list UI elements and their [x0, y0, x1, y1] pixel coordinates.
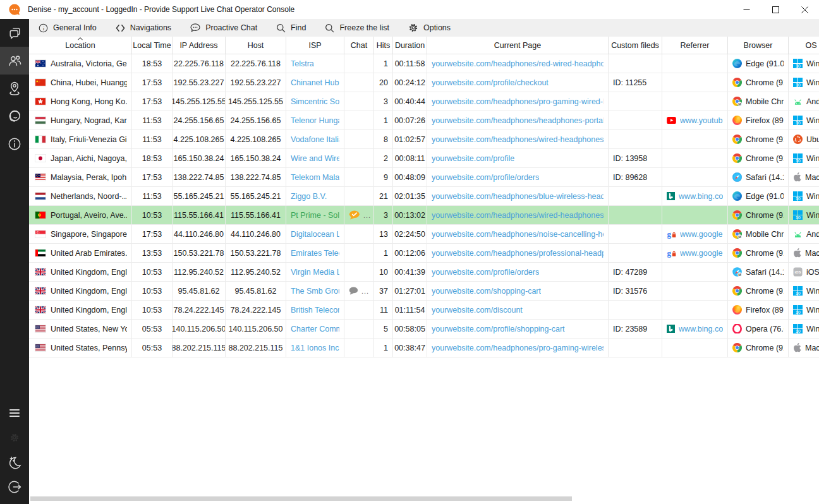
isp-link[interactable]: Wire and Wirel...	[291, 154, 339, 163]
current-page-link[interactable]: yourwebsite.com/headphones/red-wired-hea…	[432, 59, 604, 68]
current-page-link[interactable]: yourwebsite.com/headphones/blue-wireless…	[432, 192, 604, 201]
sidebar-item-logout[interactable]	[0, 474, 29, 499]
chrome-icon	[732, 78, 742, 87]
sidebar-item-settings[interactable]	[0, 425, 29, 450]
visitor-row[interactable]: Australia, Victoria, Ge...18:5322.225.76…	[29, 54, 819, 73]
isp-link[interactable]: Virgin Media Li...	[291, 268, 339, 277]
column-header-duration[interactable]: Duration	[393, 37, 427, 54]
isp-cell: Telstra	[286, 54, 344, 73]
column-header-chat[interactable]: Chat	[344, 37, 374, 54]
local-time-cell: 18:53	[132, 149, 173, 167]
current-page-link[interactable]: yourwebsite.com/headphones/headphones-po…	[432, 116, 604, 125]
sidebar-item-visitors[interactable]	[0, 47, 29, 75]
referrer-link[interactable]: www.google...	[680, 230, 723, 239]
horizontal-scrollbar[interactable]	[29, 496, 819, 501]
current-page-link[interactable]: yourwebsite.com/profile/shopping-cart	[432, 325, 565, 333]
column-header-label: Referrer	[681, 41, 710, 50]
chrome-mobile-icon: M	[732, 229, 742, 239]
isp-link[interactable]: Telekom Malay...	[291, 173, 339, 182]
current-page-link[interactable]: yourwebsite.com/headphones/professional-…	[432, 249, 604, 258]
sidebar-item-away-mode[interactable]	[0, 450, 29, 474]
toolbar-proactive-chat-button[interactable]: Proactive Chat	[190, 23, 257, 32]
toolbar-general-info-button[interactable]: iGeneral Info	[39, 23, 97, 33]
isp-link[interactable]: Chinanet Hube...	[291, 78, 339, 87]
svg-text:iOS: iOS	[795, 270, 801, 274]
isp-link[interactable]: Simcentric Solu...	[291, 97, 339, 106]
column-header-browser[interactable]: Browser	[728, 37, 789, 54]
visitor-row[interactable]: Singapore, Singapore...17:5344.110.246.8…	[29, 225, 819, 244]
current-page-link[interactable]: yourwebsite.com/headphones/wired-headpho…	[432, 211, 604, 220]
visitor-row[interactable]: United Kingdom, Engl...10:5378.24.222.14…	[29, 301, 819, 320]
column-header-ip_address[interactable]: IP Address	[173, 37, 226, 54]
visitor-row[interactable]: United Arab Emirates...13:53150.53.221.7…	[29, 244, 819, 263]
column-header-os[interactable]: OS	[789, 37, 819, 54]
isp-link[interactable]: Charter Commu...	[291, 325, 339, 333]
visitor-row[interactable]: Portugal, Aveiro, Ave...10:53115.55.166.…	[29, 206, 819, 225]
visitor-row[interactable]: Japan, Aichi, Nagoya, ...18:53165.150.38…	[29, 149, 819, 168]
toolbar-options-button[interactable]: Options	[408, 23, 451, 33]
isp-link[interactable]: Pt Prime - Solu...	[291, 211, 339, 220]
sidebar-item-menu[interactable]	[0, 400, 29, 425]
visitor-row[interactable]: Malaysia, Perak, Ipoh, ...17:53138.222.7…	[29, 168, 819, 187]
isp-link[interactable]: 1&1 Ionos Inc.	[291, 344, 339, 352]
current-page-link[interactable]: yourwebsite.com/profile/checkout	[432, 78, 549, 87]
duration-cell: 00:58:05	[393, 320, 427, 338]
ip-address-cell: 192.55.23.227	[173, 73, 226, 92]
column-header-custom_fields[interactable]: Custom fileds	[609, 37, 662, 54]
custom-fields-cell	[609, 244, 662, 262]
toolbar-navigations-button[interactable]: Navigations	[116, 23, 171, 32]
current-page-link[interactable]: yourwebsite.com/profile	[432, 154, 514, 163]
toolbar-freeze-list-button[interactable]: Freeze the list	[325, 23, 389, 33]
column-header-host[interactable]: Host	[226, 37, 286, 54]
column-header-location[interactable]: Location	[29, 37, 132, 54]
referrer-link[interactable]: www.bing.co...	[679, 325, 723, 333]
window-maximize-button[interactable]	[761, 0, 790, 19]
visitor-row[interactable]: United States, Pennsy...05:5388.202.215.…	[29, 339, 819, 357]
toolbar-find-button[interactable]: Find	[276, 23, 306, 33]
chat-more-indicator[interactable]: ...	[361, 287, 369, 295]
column-header-current_page[interactable]: Current Page	[427, 37, 609, 54]
isp-link[interactable]: Digitalocean Llc	[291, 230, 339, 239]
column-header-isp[interactable]: ISP	[286, 37, 344, 54]
visitor-row[interactable]: China, Hubei, Huangg...17:53192.55.23.22…	[29, 73, 819, 92]
current-page-link[interactable]: yourwebsite.com/discount	[432, 306, 523, 315]
isp-link[interactable]: Emirates Teleco...	[291, 249, 339, 258]
sidebar-item-chats[interactable]	[0, 19, 29, 47]
current-page-link[interactable]: yourwebsite.com/headphones/noise-cancell…	[432, 230, 604, 239]
sidebar-item-geo-map[interactable]	[0, 75, 29, 102]
column-header-hits[interactable]: Hits	[374, 37, 393, 54]
column-header-referrer[interactable]: Referrer	[662, 37, 728, 54]
visitor-row[interactable]: Italy, Friuli-Venezia Gi...11:534.225.10…	[29, 130, 819, 149]
referrer-link[interactable]: www.youtub...	[680, 116, 723, 125]
duration-cell: 01:11:54	[393, 301, 427, 319]
sidebar-item-system-info[interactable]	[0, 130, 29, 158]
visitor-row[interactable]: United Kingdom, Engl...10:5395.45.81.629…	[29, 282, 819, 301]
column-header-local_time[interactable]: Local Time	[132, 37, 173, 54]
isp-link[interactable]: Telstra	[291, 59, 314, 68]
referrer-link[interactable]: www.bing.co...	[679, 192, 723, 201]
chat-more-indicator[interactable]: ...	[363, 212, 371, 219]
sidebar-item-operators[interactable]	[0, 102, 29, 130]
window-minimize-button[interactable]	[732, 0, 761, 19]
isp-link[interactable]: Vodafone Italia ...	[291, 135, 339, 144]
host-cell: 145.255.125.55	[226, 92, 286, 111]
window-close-button[interactable]	[790, 0, 819, 19]
current-page-link[interactable]: yourwebsite.com/headphones/pro-gaming-wi…	[432, 97, 604, 106]
visitor-row[interactable]: Netherlands, Noord-...11:5355.165.245.21…	[29, 187, 819, 206]
isp-link[interactable]: Ziggo B.V.	[291, 192, 327, 201]
current-page-link[interactable]: yourwebsite.com/headphones/wired-headpho…	[432, 135, 604, 144]
current-page-link[interactable]: yourwebsite.com/profile/orders	[432, 173, 539, 182]
visitor-row[interactable]: United Kingdom, Engl...10:53112.95.240.5…	[29, 263, 819, 282]
visitor-row[interactable]: Hungary, Nograd, Kar...11:5324.255.156.6…	[29, 111, 819, 130]
ip-address-cell: 78.24.222.145	[173, 301, 226, 319]
horizontal-scrollbar-thumb[interactable]	[30, 496, 572, 501]
isp-link[interactable]: The Smb Group	[291, 287, 339, 296]
current-page-link[interactable]: yourwebsite.com/headphones/pro-gaming-wi…	[432, 344, 604, 352]
visitor-row[interactable]: United States, New Yo...05:53140.115.206…	[29, 320, 819, 339]
isp-link[interactable]: Telenor Hungar...	[291, 116, 339, 125]
isp-link[interactable]: British Telecom...	[291, 306, 339, 315]
referrer-link[interactable]: www.google...	[680, 249, 723, 258]
visitor-row[interactable]: Hong Kong, Hong Ko...17:53145.255.125.55…	[29, 92, 819, 111]
current-page-link[interactable]: yourwebsite.com/profile/orders	[432, 268, 539, 277]
current-page-link[interactable]: yourwebsite.com/shopping-cart	[432, 287, 541, 296]
